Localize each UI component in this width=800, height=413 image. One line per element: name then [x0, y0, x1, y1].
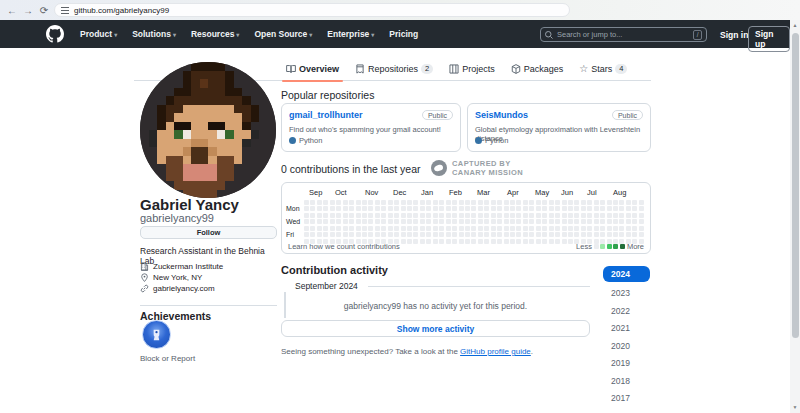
sign-in-link[interactable]: Sign in [720, 30, 748, 40]
github-logo-icon[interactable] [46, 25, 64, 43]
block-or-report-link[interactable]: Block or Report [140, 354, 195, 363]
contribution-cell [420, 226, 425, 231]
nav-item-product[interactable]: Product▾ [80, 29, 117, 39]
contribution-cell [619, 213, 624, 218]
year-item-2023[interactable]: 2023 [603, 288, 650, 298]
site-info-icon[interactable] [61, 5, 69, 16]
month-label: Mar [477, 188, 490, 197]
nav-item-open-source[interactable]: Open Source▾ [254, 29, 312, 39]
contribution-cell [504, 200, 509, 205]
contribution-cell [459, 200, 464, 205]
avatar[interactable] [140, 62, 276, 198]
month-label: Feb [449, 188, 462, 197]
contribution-cell [394, 226, 399, 231]
browser-back-icon[interactable]: ← [4, 5, 20, 16]
contribution-cell [587, 200, 592, 205]
contribution-cell [504, 213, 509, 218]
contribution-cell [471, 206, 476, 211]
contribution-cell [413, 213, 418, 218]
contribution-cell [574, 206, 579, 211]
tab-stars[interactable]: ☆ Stars 4 [571, 56, 635, 81]
browser-forward-icon[interactable]: → [20, 5, 36, 16]
month-label: Nov [365, 188, 378, 197]
nav-item-pricing[interactable]: Pricing [389, 29, 418, 39]
year-item-2021[interactable]: 2021 [603, 323, 650, 333]
contribution-cell [529, 213, 534, 218]
contribution-cell [407, 226, 412, 231]
website-link[interactable]: gabrielyancy.com [153, 284, 215, 293]
canary-bird-icon [431, 160, 447, 176]
organization-icon [140, 262, 149, 271]
contribution-cell [343, 213, 348, 218]
contribution-cell [330, 232, 335, 237]
year-item-2024[interactable]: 2024 [603, 266, 650, 282]
tab-repositories[interactable]: Repositories 2 [347, 56, 441, 81]
contribution-cell [459, 206, 464, 211]
contributions-count-title: 0 contributions in the last year [281, 163, 421, 175]
contribution-cell [574, 232, 579, 237]
nav-item-solutions[interactable]: Solutions▾ [132, 29, 176, 39]
contribution-cell [613, 206, 618, 211]
contribution-cell [375, 206, 380, 211]
contribution-cell [433, 226, 438, 231]
contribution-cell [465, 219, 470, 224]
contribution-cell [362, 232, 367, 237]
contribution-cell [478, 213, 483, 218]
contribution-cell [452, 232, 457, 237]
contribution-cell [426, 226, 431, 231]
browser-refresh-icon[interactable]: ⟳ [36, 5, 52, 16]
sign-up-button[interactable]: Sign up [748, 26, 790, 52]
show-more-activity-button[interactable]: Show more activity [281, 320, 590, 337]
contribution-cell [613, 200, 618, 205]
repo-description: Find out who's spamming your gmail accou… [289, 125, 453, 134]
page-scrollbar[interactable]: ▲ ▼ [790, 20, 800, 413]
search-box[interactable]: Search or jump to... / [540, 27, 707, 42]
follow-button[interactable]: Follow [140, 226, 277, 239]
contribution-cell [420, 232, 425, 237]
contribution-cell [542, 232, 547, 237]
contribution-cell [413, 200, 418, 205]
contribution-cell [600, 206, 605, 211]
profile-guide-link[interactable]: GitHub profile guide [460, 347, 531, 356]
contribution-graph: Sep Oct Nov Dec Jan Feb Mar Apr May Jun … [281, 182, 651, 254]
contribution-cell [401, 226, 406, 231]
profile-guide-footnote: Seeing something unexpected? Take a look… [281, 347, 533, 356]
tab-projects[interactable]: Projects [441, 56, 503, 81]
nav-item-enterprise[interactable]: Enterprise▾ [327, 29, 374, 39]
contribution-cell [304, 206, 309, 211]
contribution-cell [516, 206, 521, 211]
contribution-cell [465, 200, 470, 205]
year-item-2019[interactable]: 2019 [603, 358, 650, 368]
year-item-2020[interactable]: 2020 [603, 341, 650, 351]
month-label: Sep [309, 188, 322, 197]
year-item-2022[interactable]: 2022 [603, 306, 650, 316]
contribution-cell [516, 200, 521, 205]
contribution-cell [420, 213, 425, 218]
contribution-cell [549, 213, 554, 218]
scrollbar-down-icon[interactable]: ▼ [790, 402, 800, 413]
scrollbar-up-icon[interactable]: ▲ [790, 20, 800, 31]
contribution-legend: Less More [576, 242, 644, 251]
nav-item-resources[interactable]: Resources▾ [191, 29, 239, 39]
contribution-cell [426, 206, 431, 211]
year-item-2017[interactable]: 2017 [603, 393, 650, 403]
year-item-2018[interactable]: 2018 [603, 376, 650, 386]
contribution-cell [471, 232, 476, 237]
contribution-cell [568, 232, 573, 237]
contribution-cell [420, 200, 425, 205]
contribution-cell [407, 232, 412, 237]
repo-link[interactable]: SeisMundos [475, 110, 528, 120]
browser-address-bar[interactable]: github.com/gabrielyancy99 [54, 3, 570, 17]
repo-link[interactable]: gmail_trollhunter [289, 110, 363, 120]
count-contributions-link[interactable]: Learn how we count contributions [288, 242, 400, 251]
organization-row: Zuckerman Institute [140, 262, 223, 271]
achievement-badge-icon[interactable] [142, 320, 171, 349]
tab-packages[interactable]: Packages [503, 56, 572, 81]
repo-card: SeisMundos Public Global etymology appro… [467, 103, 651, 152]
contribution-cell [407, 206, 412, 211]
tab-overview[interactable]: Overview [278, 56, 347, 81]
contribution-cell [594, 232, 599, 237]
contribution-cell [375, 219, 380, 224]
scrollbar-thumb[interactable] [792, 33, 799, 338]
contribution-cell [394, 232, 399, 237]
